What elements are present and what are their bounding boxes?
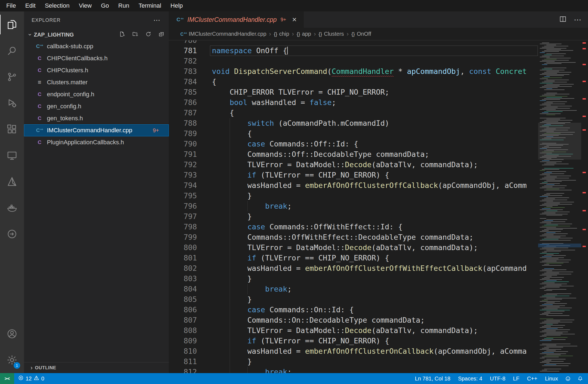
breadcrumb-item-onoff[interactable]: {}OnOff xyxy=(351,31,371,37)
line-number[interactable]: 802 xyxy=(169,263,197,274)
code-line[interactable]: 785 CHIP_ERROR TLVError = CHIP_NO_ERROR; xyxy=(169,87,538,97)
file-row-chipclientcallbacks-h[interactable]: CCHIPClientCallbacks.h xyxy=(24,52,169,64)
code-line[interactable]: 808 TLVError = DataModel::Decode(aDataTl… xyxy=(169,325,538,336)
more-actions-icon[interactable]: ⋯ xyxy=(574,15,581,24)
line-number[interactable]: 810 xyxy=(169,346,197,356)
code-line[interactable]: 794 wasHandled = emberAfOnOffClusterOffC… xyxy=(169,180,538,191)
code-line[interactable]: 789 { xyxy=(169,128,538,139)
code-line[interactable]: 781namespace OnOff { xyxy=(169,46,538,56)
code-line[interactable]: 810 wasHandled = emberAfOnOffClusterOnCa… xyxy=(169,346,538,356)
file-row-clusters-matter[interactable]: ≡Clusters.matter xyxy=(24,76,169,88)
extensions-icon[interactable] xyxy=(0,116,24,142)
folder-section-header[interactable]: › ZAP_LIGHTING xyxy=(24,29,169,40)
code-line[interactable]: 795 } xyxy=(169,191,538,201)
menu-go[interactable]: Go xyxy=(96,0,113,11)
file-row-pluginapplicationcallbacks-h[interactable]: CPluginApplicationCallbacks.h xyxy=(24,136,169,148)
file-row-gen-tokens-h[interactable]: Cgen_tokens.h xyxy=(24,112,169,124)
code-line[interactable]: 803 } xyxy=(169,274,538,284)
code-line[interactable]: 793 if (TLVError == CHIP_NO_ERROR) { xyxy=(169,170,538,180)
line-number[interactable]: 785 xyxy=(169,87,197,97)
line-number[interactable]: 803 xyxy=(169,274,197,284)
line-number[interactable]: 791 xyxy=(169,149,197,160)
problems-status[interactable]: 120 xyxy=(14,373,48,384)
line-number[interactable]: 795 xyxy=(169,191,197,201)
line-number[interactable]: 782 xyxy=(169,56,197,66)
menu-view[interactable]: View xyxy=(74,0,96,11)
code-line[interactable]: 782 xyxy=(169,56,538,66)
search-icon[interactable] xyxy=(0,38,24,64)
code-line[interactable]: 807 Commands::On::DecodableType commandD… xyxy=(169,315,538,325)
line-number[interactable]: 783 xyxy=(169,66,197,77)
line-number[interactable]: 787 xyxy=(169,108,197,118)
run-debug-icon[interactable] xyxy=(0,90,24,116)
code-line[interactable]: 784{ xyxy=(169,77,538,87)
code-line[interactable]: 812 break; xyxy=(169,367,538,373)
status-eol[interactable]: LF xyxy=(509,376,523,382)
line-number[interactable]: 805 xyxy=(169,294,197,305)
code-line[interactable]: 797 } xyxy=(169,211,538,222)
line-number[interactable]: 811 xyxy=(169,356,197,367)
breadcrumb-item-app[interactable]: {}app xyxy=(297,31,311,37)
breadcrumb-item-imclustercommandhandler.cpp[interactable]: CIMClusterCommandHandler.cpp xyxy=(180,31,266,37)
feedback-icon[interactable] xyxy=(562,376,574,382)
notifications-bell-icon[interactable] xyxy=(574,376,588,382)
remote-indicator[interactable]: >< xyxy=(0,373,14,384)
line-number[interactable]: 797 xyxy=(169,211,197,222)
line-number[interactable]: 781 xyxy=(169,46,197,56)
status-os[interactable]: Linux xyxy=(541,376,562,382)
line-number[interactable]: 792 xyxy=(169,160,197,170)
menu-selection[interactable]: Selection xyxy=(40,0,74,11)
line-number[interactable]: 786 xyxy=(169,97,197,108)
code-line[interactable]: 796 break; xyxy=(169,201,538,211)
status-encoding[interactable]: UTF-8 xyxy=(486,376,509,382)
code-line[interactable]: 791 Commands::Off::DecodableType command… xyxy=(169,149,538,160)
line-number[interactable]: 799 xyxy=(169,232,197,242)
code-line[interactable]: 805 } xyxy=(169,294,538,305)
code-editor[interactable]: 780781namespace OnOff {782783void Dispat… xyxy=(169,40,538,373)
settings-icon[interactable]: 1 xyxy=(0,347,24,373)
menu-edit[interactable]: Edit xyxy=(20,0,40,11)
ports-icon[interactable] xyxy=(0,221,24,247)
status-cursor-position[interactable]: Ln 781, Col 18 xyxy=(411,376,454,382)
code-line[interactable]: 799 Commands::OffWithEffect::DecodableTy… xyxy=(169,232,538,242)
breadcrumb-item-clusters[interactable]: {}Clusters xyxy=(319,31,344,37)
line-number[interactable]: 790 xyxy=(169,139,197,149)
more-actions-icon[interactable]: ⋯ xyxy=(153,16,161,25)
line-number[interactable]: 806 xyxy=(169,305,197,315)
cmake-icon[interactable] xyxy=(0,169,24,195)
line-number[interactable]: 800 xyxy=(169,242,197,253)
docker-icon[interactable] xyxy=(0,195,24,221)
status-indentation[interactable]: Spaces: 4 xyxy=(454,376,486,382)
overview-ruler[interactable] xyxy=(581,40,588,373)
code-line[interactable]: 780 xyxy=(169,40,538,46)
new-folder-icon[interactable] xyxy=(132,31,138,38)
menu-terminal[interactable]: Terminal xyxy=(134,0,166,11)
code-line[interactable]: 783void DispatchServerCommand(CommandHan… xyxy=(169,66,538,77)
code-line[interactable]: 801 if (TLVError == CHIP_NO_ERROR) { xyxy=(169,253,538,263)
line-number[interactable]: 807 xyxy=(169,315,197,325)
line-number[interactable]: 798 xyxy=(169,222,197,232)
line-number[interactable]: 793 xyxy=(169,170,197,180)
line-number[interactable]: 789 xyxy=(169,128,197,139)
collapse-all-icon[interactable] xyxy=(158,31,164,38)
code-line[interactable]: 811 } xyxy=(169,356,538,367)
menu-file[interactable]: File xyxy=(2,0,20,11)
refresh-icon[interactable] xyxy=(145,31,151,38)
code-line[interactable]: 787 { xyxy=(169,108,538,118)
code-line[interactable]: 790 case Commands::Off::Id: { xyxy=(169,139,538,149)
file-row-gen-config-h[interactable]: Cgen_config.h xyxy=(24,100,169,112)
remote-explorer-icon[interactable] xyxy=(0,142,24,169)
code-line[interactable]: 804 break; xyxy=(169,284,538,294)
menu-run[interactable]: Run xyxy=(114,0,134,11)
code-line[interactable]: 798 case Commands::OffWithEffect::Id: { xyxy=(169,222,538,232)
code-line[interactable]: 809 if (TLVError == CHIP_NO_ERROR) { xyxy=(169,336,538,346)
line-number[interactable]: 808 xyxy=(169,325,197,336)
tab-imclustercommandhandler[interactable]: C IMClusterCommandHandler.cpp 9+ × xyxy=(169,11,304,28)
status-language-mode[interactable]: C++ xyxy=(523,376,541,382)
breadcrumb-item-chip[interactable]: {}chip xyxy=(274,31,289,37)
accounts-icon[interactable] xyxy=(0,321,24,347)
source-control-icon[interactable] xyxy=(0,64,24,90)
code-line[interactable]: 788 switch (aCommandPath.mCommandId) xyxy=(169,118,538,128)
file-row-endpoint-config-h[interactable]: Cendpoint_config.h xyxy=(24,88,169,100)
code-line[interactable]: 800 TLVError = DataModel::Decode(aDataTl… xyxy=(169,242,538,253)
